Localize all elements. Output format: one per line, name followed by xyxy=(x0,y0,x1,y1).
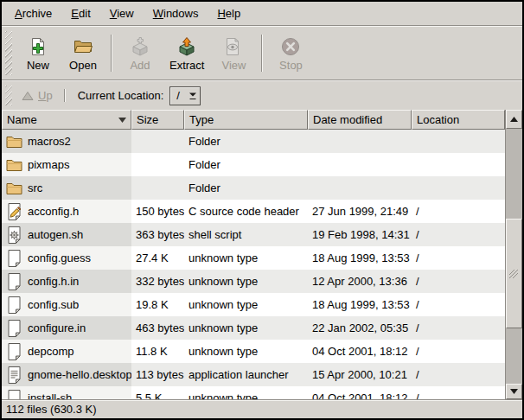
up-arrow-icon xyxy=(22,91,34,101)
cell-size: 19.8 K xyxy=(131,293,184,316)
cell-name: src xyxy=(2,176,131,200)
cell-size: 5.5 K xyxy=(131,386,184,399)
scroll-up-icon xyxy=(510,117,518,122)
cell-type: C source code header xyxy=(184,200,308,223)
vertical-scrollbar[interactable] xyxy=(505,110,522,399)
table-row[interactable]: configure.in463 bytesunknown type22 Jan … xyxy=(2,316,505,340)
toolbar-button-view[interactable]: View xyxy=(211,34,256,73)
table-row[interactable]: macros2Folder xyxy=(2,130,505,153)
locationbar-drag-handle[interactable] xyxy=(5,86,12,105)
file-list-area: NameSizeTypeDate modifiedLocation macros… xyxy=(2,110,522,399)
table-row[interactable]: depcomp11.8 Kunknown type04 Oct 2001, 18… xyxy=(2,340,505,363)
menu-windows[interactable]: Windows xyxy=(144,3,208,23)
cell-size xyxy=(131,153,184,176)
column-header-label: Name xyxy=(7,113,37,126)
menu-help[interactable]: Help xyxy=(208,3,250,23)
table-row[interactable]: pixmapsFolder xyxy=(2,153,505,176)
file-name: gnome-hello.desktop xyxy=(28,368,131,381)
table-row[interactable]: autogen.sh363 bytesshell script19 Feb 19… xyxy=(2,223,505,246)
cell-date: 18 Aug 1999, 13:53 xyxy=(308,293,412,316)
file-name: pixmaps xyxy=(28,158,69,171)
cell-size: 150 bytes xyxy=(131,200,184,223)
up-arrow-icon xyxy=(22,91,34,101)
table-row[interactable]: config.sub19.8 Kunknown type18 Aug 1999,… xyxy=(2,293,505,316)
scroll-up-button[interactable] xyxy=(506,110,522,129)
cell-type: unknown type xyxy=(184,270,308,293)
folder-icon xyxy=(6,181,22,194)
scrollbar-trough[interactable] xyxy=(506,129,522,384)
cell-location: / xyxy=(412,293,505,316)
column-header-label: Size xyxy=(137,113,158,126)
file-script-icon xyxy=(7,226,22,244)
toolbar-button-new[interactable]: New xyxy=(16,34,61,73)
table-row[interactable]: gnome-hello.desktop113 bytesapplication … xyxy=(2,363,505,386)
file-text-icon xyxy=(7,366,22,384)
cell-date: 12 Apr 2000, 13:36 xyxy=(308,270,412,293)
file-name: config.h.in xyxy=(28,275,79,288)
combo-dropdown-icon[interactable] xyxy=(186,87,200,105)
column-header-size[interactable]: Size xyxy=(131,110,184,130)
cell-location xyxy=(412,130,505,153)
cell-date: 18 Aug 1999, 13:53 xyxy=(308,246,412,270)
cell-date xyxy=(308,153,412,176)
cell-size: 363 bytes xyxy=(131,223,184,246)
cell-date: 22 Jan 2002, 05:35 xyxy=(308,316,412,340)
table-row[interactable]: config.h.in332 bytesunknown type12 Apr 2… xyxy=(2,270,505,293)
toolbar-drag-handle[interactable] xyxy=(5,31,12,75)
menu-archive[interactable]: Archive xyxy=(5,3,61,23)
open-folder-icon xyxy=(73,36,93,57)
location-combo[interactable]: / xyxy=(169,86,201,105)
cell-size: 27.4 K xyxy=(131,246,184,270)
file-icon xyxy=(7,273,22,290)
menu-view[interactable]: View xyxy=(100,3,144,23)
folder-icon xyxy=(6,158,22,171)
cell-size: 463 bytes xyxy=(131,316,184,340)
cell-name: config.guess xyxy=(2,246,131,270)
toolbar-button-add[interactable]: Add xyxy=(118,34,163,73)
cell-location: / xyxy=(412,386,505,399)
scroll-down-button[interactable] xyxy=(506,384,522,399)
cell-type: shell script xyxy=(184,223,308,246)
cell-date xyxy=(308,130,412,153)
file-list: NameSizeTypeDate modifiedLocation macros… xyxy=(2,110,505,399)
cell-type: unknown type xyxy=(184,293,308,316)
cell-location: / xyxy=(412,200,505,223)
cell-name: gnome-hello.desktop xyxy=(2,363,131,386)
location-bar: Up Current Location: / xyxy=(2,81,522,110)
new-archive-icon xyxy=(28,36,48,57)
scrollbar-thumb[interactable] xyxy=(506,219,522,328)
column-header-type[interactable]: Type xyxy=(184,110,308,130)
file-name: autogen.sh xyxy=(28,228,83,241)
cell-date: 19 Feb 1998, 14:31 xyxy=(308,223,412,246)
file-edit-icon xyxy=(7,203,22,220)
cell-name: config.h.in xyxy=(2,270,131,293)
table-row[interactable]: config.guess27.4 Kunknown type18 Aug 199… xyxy=(2,246,505,270)
cell-name: macros2 xyxy=(2,130,131,153)
menu-bar: ArchiveEditViewWindowsHelp xyxy=(2,2,522,25)
cell-date: 27 Jun 1999, 21:49 xyxy=(308,200,412,223)
cell-location xyxy=(412,153,505,176)
toolbar-separator xyxy=(111,35,112,72)
toolbar-button-open[interactable]: Open xyxy=(61,34,105,73)
up-button[interactable]: Up xyxy=(16,87,59,104)
stop-icon xyxy=(280,36,301,57)
cell-location: / xyxy=(412,246,505,270)
cell-name: configure.in xyxy=(2,316,131,340)
column-header-label: Location xyxy=(417,113,459,126)
toolbar-button-stop[interactable]: Stop xyxy=(268,34,313,73)
menu-edit[interactable]: Edit xyxy=(61,3,99,23)
table-row[interactable]: install-sh5.5 Kunknown type04 Oct 2001, … xyxy=(2,386,505,399)
file-name: install-sh xyxy=(28,391,72,399)
cell-size xyxy=(131,130,184,153)
column-header-date[interactable]: Date modified xyxy=(308,110,412,130)
toolbar-button-extract[interactable]: Extract xyxy=(163,34,211,73)
view-file-icon xyxy=(223,36,244,57)
file-name: acconfig.h xyxy=(28,205,79,218)
file-icon xyxy=(7,250,22,267)
table-row[interactable]: acconfig.h150 bytesC source code header2… xyxy=(2,200,505,223)
locationbar-vertical-separator xyxy=(64,89,66,102)
column-header-name[interactable]: Name xyxy=(2,110,131,130)
column-header-loc[interactable]: Location xyxy=(412,110,505,130)
status-bar: 112 files (630.3 K) xyxy=(2,399,522,418)
table-row[interactable]: srcFolder xyxy=(2,176,505,200)
